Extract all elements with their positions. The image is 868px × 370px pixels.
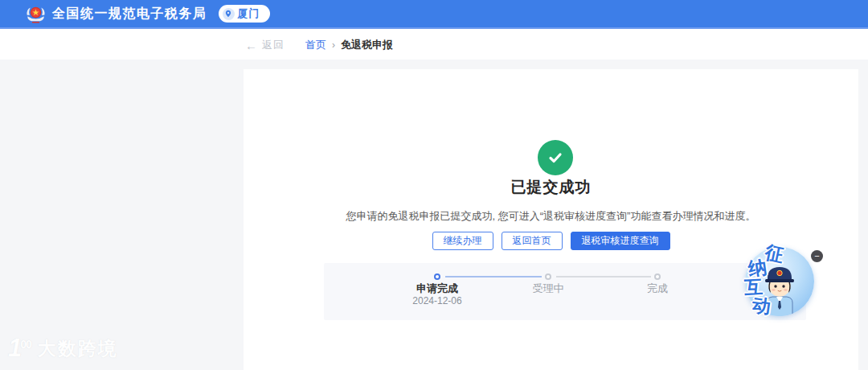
breadcrumb-separator: › [332,39,335,51]
breadcrumb-home-link[interactable]: 首页 [305,38,326,52]
step-line-done [445,276,542,278]
tax-bureau-emblem-icon [25,3,47,25]
breadcrumb-current: 免退税申报 [341,38,393,52]
app-title: 全国统一规范电子税务局 [52,6,207,23]
mascot-minimize-button[interactable]: − [811,250,823,262]
success-check-icon [538,140,573,175]
step-dot-pending [545,273,551,280]
back-home-button[interactable]: 返回首页 [502,232,563,250]
dashu-kuajing-watermark: 1 00 大数跨境 [8,338,118,359]
step-dot-done [434,273,440,280]
refund-progress-query-button[interactable]: 退税审核进度查询 [571,232,670,250]
main-panel: 已提交成功 您申请的免退税申报已提交成功, 您可进入“退税审核进度查询”功能查看… [244,69,858,370]
continue-button[interactable]: 继续办理 [432,232,493,250]
result-title: 已提交成功 [244,177,858,198]
step-line-pending [556,276,651,278]
breadcrumb-bar: ← 返回 首页 › 免退税申报 [0,31,868,60]
tax-interaction-mascot[interactable]: 征 纳 互 动 − [743,240,825,322]
location-badge-label: 厦门 [238,6,260,21]
back-arrow-icon: ← [245,39,257,52]
tax-bureau-page: 全国统一规范电子税务局 厦门 ← 返回 首页 › 免退税申报 已提交成功 您申请… [0,0,868,370]
location-pin-icon [223,8,235,20]
back-button[interactable]: ← 返回 [245,38,285,52]
step-dot-pending [654,273,661,280]
step-label-application-complete: 申请完成 [389,282,485,296]
app-header: 全国统一规范电子税务局 厦门 [0,0,868,29]
progress-stepper: 申请完成 2024-12-06 受理中 完成 [324,263,806,320]
result-description: 您申请的免退税申报已提交成功, 您可进入“退税审核进度查询”功能查看办理情况和进… [244,209,858,224]
step-date: 2024-12-06 [389,295,485,306]
breadcrumb: ← 返回 首页 › 免退税申报 [245,38,393,52]
watermark-logo-sup: 00 [20,338,31,351]
mascot-char-dong: 动 [751,293,772,320]
step-label-complete: 完成 [609,282,706,296]
back-label: 返回 [262,38,285,52]
watermark-text: 大数跨境 [38,338,118,359]
step-label-processing: 受理中 [500,282,596,296]
location-badge[interactable]: 厦门 [219,5,270,23]
